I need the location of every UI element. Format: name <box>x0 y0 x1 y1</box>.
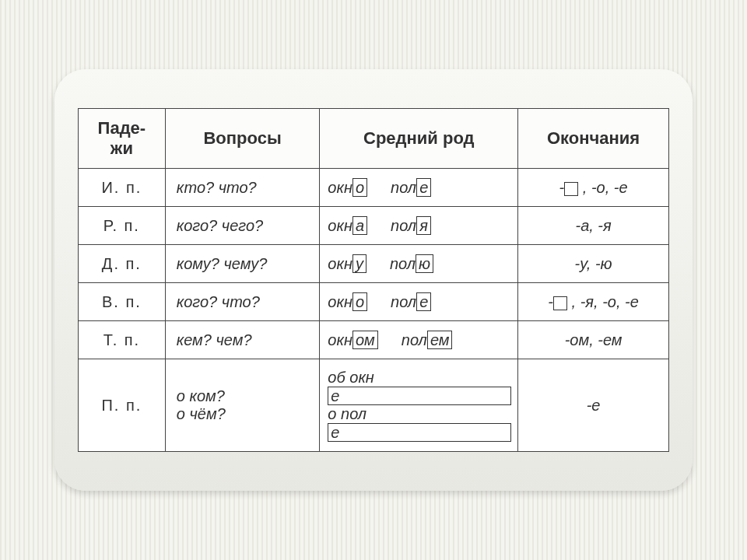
table-row: И. п.кто? что?окнополе- , -о, -е <box>79 169 669 207</box>
empty-ending-box <box>564 182 578 196</box>
example-cell: окнуполю <box>320 245 518 283</box>
endings-cell: - , -я, -о, -е <box>518 283 669 321</box>
ending-box: у <box>352 254 366 273</box>
case-cell: В. п. <box>79 283 166 321</box>
question-cell: кем? чем? <box>165 321 320 359</box>
endings-cell: - , -о, -е <box>518 169 669 207</box>
ending-box: е <box>328 387 511 405</box>
endings-cell: -е <box>518 359 669 452</box>
question-cell: кому? чему? <box>165 245 320 283</box>
case-cell: Т. п. <box>79 321 166 359</box>
endings-cell: -у, -ю <box>518 245 669 283</box>
case-cell: Д. п. <box>79 245 166 283</box>
question-cell: о ком?о чём? <box>165 359 320 452</box>
header-gender: Средний род <box>320 109 518 169</box>
table-body: И. п.кто? что?окнополе- , -о, -еР. п.ког… <box>79 169 669 452</box>
question-cell: кого? чего? <box>165 207 320 245</box>
ending-box: е <box>416 292 431 311</box>
question-cell: кто? что? <box>165 169 320 207</box>
empty-ending-box <box>553 296 567 310</box>
case-cell: И. п. <box>79 169 166 207</box>
ending-box: е <box>416 178 431 197</box>
question-cell: кого? что? <box>165 283 320 321</box>
table-row: В. п.кого? что?окнополе- , -я, -о, -е <box>79 283 669 321</box>
case-cell: Р. п. <box>79 207 166 245</box>
ending-box: о <box>352 292 367 311</box>
endings-cell: -а, -я <box>518 207 669 245</box>
case-cell: П. п. <box>79 359 166 452</box>
table-row: П. п.о ком?о чём?об окнео поле-е <box>79 359 669 452</box>
example-cell: окнополе <box>320 283 518 321</box>
ending-box: е <box>328 423 511 442</box>
ending-box: ю <box>416 254 433 273</box>
table-row: Т. п.кем? чем?окномполем-ом, -ем <box>79 321 669 359</box>
table-card: Паде-жи Вопросы Средний род Окончания И.… <box>54 69 693 491</box>
header-cases: Паде-жи <box>79 109 166 169</box>
header-row: Паде-жи Вопросы Средний род Окончания <box>79 109 669 169</box>
ending-box: ом <box>352 331 378 349</box>
ending-box: я <box>416 216 431 235</box>
example-cell: окнаполя <box>320 207 518 245</box>
example-cell: окнополе <box>320 169 518 207</box>
header-endings: Окончания <box>518 109 669 169</box>
cases-table: Паде-жи Вопросы Средний род Окончания И.… <box>78 108 669 452</box>
endings-cell: -ом, -ем <box>518 321 669 359</box>
example-cell: об окнео поле <box>320 359 518 452</box>
example-cell: окномполем <box>320 321 518 359</box>
ending-box: а <box>352 216 367 235</box>
ending-box: ем <box>427 331 453 349</box>
table-row: Д. п.кому? чему?окнуполю-у, -ю <box>79 245 669 283</box>
table-row: Р. п.кого? чего?окнаполя-а, -я <box>79 207 669 245</box>
ending-box: о <box>352 178 367 197</box>
header-questions: Вопросы <box>165 109 320 169</box>
